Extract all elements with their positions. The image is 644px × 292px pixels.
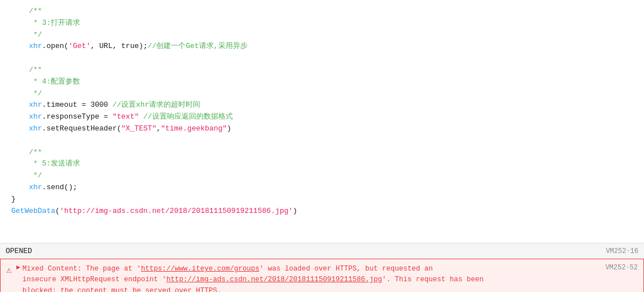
code-token: "X_TEST"	[121, 123, 156, 135]
error-text-content: Mixed Content: The page at 'https://www.…	[23, 264, 600, 292]
code-token: .setRequestHeader(	[42, 123, 121, 135]
code-token: .timeout = 3000	[42, 99, 113, 111]
code-token: 'Get'	[68, 41, 90, 53]
code-token: * 5:发送请求	[11, 158, 80, 170]
code-token: 'http://img-ads.csdn.net/2018/2018111509…	[60, 206, 293, 217]
error-link1[interactable]: https://www.iteye.com/groups	[141, 265, 259, 273]
code-content: /** * 3:打开请求 */ xhr.open('Get', URL, tru…	[0, 0, 644, 243]
code-token: xhr	[11, 111, 42, 123]
code-line: xhr.setRequestHeader("X_TEST","time.geek…	[0, 123, 644, 135]
code-token: )	[293, 206, 297, 217]
code-line: /**	[0, 6, 644, 18]
code-token: //创建一个Get请求,采用异步	[148, 41, 248, 53]
code-line: */	[0, 170, 644, 182]
code-line: xhr.responseType = "text" //设置响应返回的数据格式	[0, 111, 644, 123]
code-token: .open(	[42, 41, 69, 53]
code-line: * 4:配置参数	[0, 76, 644, 88]
vm-badge: VM252·16	[606, 247, 638, 255]
code-token: )	[227, 123, 231, 135]
code-token: GetWebData	[11, 206, 55, 217]
code-token: /**	[11, 6, 42, 18]
code-line: xhr.open('Get', URL, true);//创建一个Get请求,采…	[0, 41, 644, 53]
error-link2[interactable]: http://img-ads.csdn.net/2018/20181115091…	[166, 276, 382, 284]
code-token: }	[11, 194, 16, 206]
error-icon: ⚠	[6, 264, 12, 276]
code-line: GetWebData('http://img-ads.csdn.net/2018…	[0, 206, 644, 217]
code-line: xhr.timeout = 3000 //设置xhr请求的超时时间	[0, 99, 644, 111]
code-line: }	[0, 194, 644, 206]
error-line1: Mixed Content: The page at 'https://www.…	[23, 265, 433, 273]
code-line	[0, 135, 644, 147]
error-vm-badge: VM252·52	[605, 264, 638, 272]
code-line	[0, 53, 644, 64]
error-line3: blocked; the content must be served over…	[23, 287, 222, 292]
status-bar: OPENED VM252·16	[0, 243, 644, 259]
code-line: /**	[0, 147, 644, 159]
code-line: */	[0, 29, 644, 41]
error-line2: insecure XMLHttpRequest endpoint 'http:/…	[23, 276, 484, 284]
code-line: /**	[0, 64, 644, 76]
error-message-bar: ⚠ ► Mixed Content: The page at 'https://…	[0, 259, 644, 292]
code-token: * 4:配置参数	[11, 76, 80, 88]
code-token: xhr	[11, 182, 42, 194]
code-token: */	[11, 88, 42, 100]
code-token: xhr	[11, 123, 42, 135]
code-token: /**	[11, 64, 42, 76]
code-token: */	[11, 170, 42, 182]
code-token: ,	[156, 123, 161, 135]
code-token: , URL, true);	[90, 41, 147, 53]
code-token: "text"	[112, 111, 139, 123]
code-token: (	[55, 206, 60, 217]
opened-status: OPENED	[6, 247, 32, 255]
code-editor: /** * 3:打开请求 */ xhr.open('Get', URL, tru…	[0, 0, 644, 292]
code-token: "time.geekbang"	[161, 123, 227, 135]
code-token: .responseType =	[42, 111, 113, 123]
code-line: * 5:发送请求	[0, 158, 644, 170]
code-token: * 3:打开请求	[11, 18, 80, 29]
code-token: xhr	[11, 41, 42, 53]
code-token	[139, 111, 143, 123]
code-token: /**	[11, 147, 42, 159]
code-token: //设置xhr请求的超时时间	[112, 99, 200, 111]
code-token: xhr	[11, 99, 42, 111]
code-line: */	[0, 88, 644, 100]
code-token: //设置响应返回的数据格式	[143, 111, 233, 123]
code-line: * 3:打开请求	[0, 18, 644, 29]
error-expand-arrow[interactable]: ►	[16, 264, 20, 272]
code-token: */	[11, 29, 42, 41]
code-token: .send();	[42, 182, 77, 194]
code-line: xhr.send();	[0, 182, 644, 194]
